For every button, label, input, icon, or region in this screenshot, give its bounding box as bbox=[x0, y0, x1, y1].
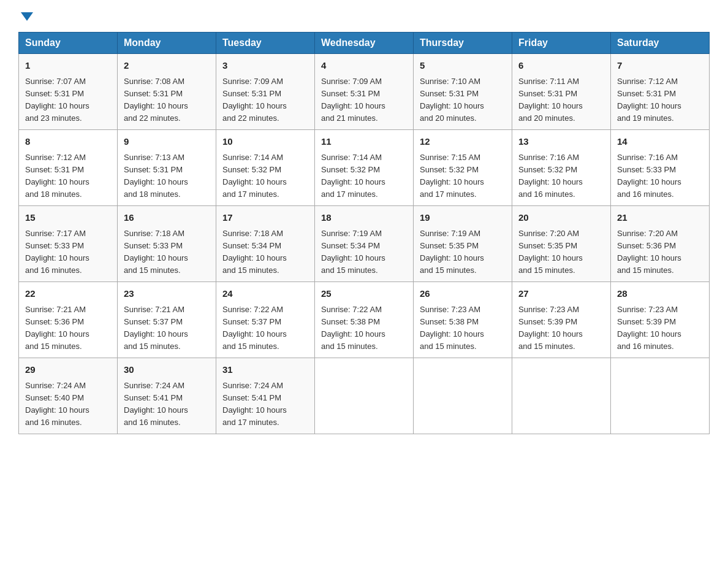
calendar-cell: 19 Sunrise: 7:19 AMSunset: 5:35 PMDaylig… bbox=[414, 206, 512, 282]
calendar-cell: 2 Sunrise: 7:08 AMSunset: 5:31 PMDayligh… bbox=[118, 54, 216, 130]
day-info: Sunrise: 7:21 AMSunset: 5:37 PMDaylight:… bbox=[124, 304, 210, 353]
calendar-cell: 31 Sunrise: 7:24 AMSunset: 5:41 PMDaylig… bbox=[216, 358, 315, 434]
calendar-cell: 22 Sunrise: 7:21 AMSunset: 5:36 PMDaylig… bbox=[19, 282, 118, 358]
calendar-cell: 7 Sunrise: 7:12 AMSunset: 5:31 PMDayligh… bbox=[611, 54, 710, 130]
day-info: Sunrise: 7:18 AMSunset: 5:34 PMDaylight:… bbox=[222, 228, 308, 277]
day-info: Sunrise: 7:15 AMSunset: 5:32 PMDaylight:… bbox=[420, 151, 506, 201]
day-info: Sunrise: 7:14 AMSunset: 5:32 PMDaylight:… bbox=[222, 151, 308, 201]
calendar-cell: 4 Sunrise: 7:09 AMSunset: 5:31 PMDayligh… bbox=[315, 54, 414, 130]
day-number: 24 bbox=[222, 287, 308, 301]
day-info: Sunrise: 7:11 AMSunset: 5:31 PMDaylight:… bbox=[518, 75, 604, 125]
day-info: Sunrise: 7:08 AMSunset: 5:31 PMDaylight:… bbox=[124, 75, 210, 125]
day-info: Sunrise: 7:23 AMSunset: 5:38 PMDaylight:… bbox=[420, 304, 506, 353]
logo bbox=[18, 12, 33, 20]
day-info: Sunrise: 7:23 AMSunset: 5:39 PMDaylight:… bbox=[617, 304, 703, 353]
day-info: Sunrise: 7:09 AMSunset: 5:31 PMDaylight:… bbox=[321, 75, 407, 125]
day-number: 29 bbox=[25, 363, 111, 377]
day-number: 18 bbox=[321, 211, 407, 225]
calendar-cell: 25 Sunrise: 7:22 AMSunset: 5:38 PMDaylig… bbox=[315, 282, 414, 358]
page-header bbox=[18, 12, 710, 20]
week-row-3: 15 Sunrise: 7:17 AMSunset: 5:33 PMDaylig… bbox=[19, 206, 710, 282]
calendar-cell: 16 Sunrise: 7:18 AMSunset: 5:33 PMDaylig… bbox=[118, 206, 216, 282]
day-number: 1 bbox=[25, 59, 111, 73]
day-number: 3 bbox=[222, 59, 308, 73]
day-info: Sunrise: 7:19 AMSunset: 5:34 PMDaylight:… bbox=[321, 228, 407, 277]
calendar-cell: 10 Sunrise: 7:14 AMSunset: 5:32 PMDaylig… bbox=[216, 130, 315, 206]
day-info: Sunrise: 7:14 AMSunset: 5:32 PMDaylight:… bbox=[321, 151, 407, 201]
header-monday: Monday bbox=[118, 33, 216, 54]
day-number: 28 bbox=[617, 287, 703, 301]
header-tuesday: Tuesday bbox=[216, 33, 315, 54]
day-number: 19 bbox=[420, 211, 506, 225]
calendar-cell: 1 Sunrise: 7:07 AMSunset: 5:31 PMDayligh… bbox=[19, 54, 118, 130]
calendar-cell: 11 Sunrise: 7:14 AMSunset: 5:32 PMDaylig… bbox=[315, 130, 414, 206]
day-number: 9 bbox=[124, 135, 210, 149]
day-number: 8 bbox=[25, 135, 111, 149]
day-info: Sunrise: 7:24 AMSunset: 5:40 PMDaylight:… bbox=[25, 380, 111, 429]
day-number: 22 bbox=[25, 287, 111, 301]
calendar-cell: 23 Sunrise: 7:21 AMSunset: 5:37 PMDaylig… bbox=[118, 282, 216, 358]
day-info: Sunrise: 7:16 AMSunset: 5:32 PMDaylight:… bbox=[518, 151, 604, 201]
week-row-1: 1 Sunrise: 7:07 AMSunset: 5:31 PMDayligh… bbox=[19, 54, 710, 130]
day-number: 17 bbox=[222, 211, 308, 225]
day-number: 23 bbox=[124, 287, 210, 301]
day-info: Sunrise: 7:24 AMSunset: 5:41 PMDaylight:… bbox=[124, 380, 210, 429]
day-info: Sunrise: 7:09 AMSunset: 5:31 PMDaylight:… bbox=[222, 75, 308, 125]
calendar-cell: 24 Sunrise: 7:22 AMSunset: 5:37 PMDaylig… bbox=[216, 282, 315, 358]
calendar-cell: 14 Sunrise: 7:16 AMSunset: 5:33 PMDaylig… bbox=[611, 130, 710, 206]
calendar-header-row: SundayMondayTuesdayWednesdayThursdayFrid… bbox=[19, 33, 710, 54]
day-number: 5 bbox=[420, 59, 506, 73]
calendar-cell: 5 Sunrise: 7:10 AMSunset: 5:31 PMDayligh… bbox=[414, 54, 512, 130]
header-sunday: Sunday bbox=[19, 33, 118, 54]
day-number: 11 bbox=[321, 135, 407, 149]
day-number: 27 bbox=[518, 287, 604, 301]
calendar-cell bbox=[315, 358, 414, 434]
day-number: 13 bbox=[518, 135, 604, 149]
week-row-2: 8 Sunrise: 7:12 AMSunset: 5:31 PMDayligh… bbox=[19, 130, 710, 206]
calendar-cell: 3 Sunrise: 7:09 AMSunset: 5:31 PMDayligh… bbox=[216, 54, 315, 130]
day-number: 20 bbox=[518, 211, 604, 225]
calendar-cell: 6 Sunrise: 7:11 AMSunset: 5:31 PMDayligh… bbox=[512, 54, 611, 130]
day-number: 10 bbox=[222, 135, 308, 149]
day-number: 12 bbox=[420, 135, 506, 149]
day-info: Sunrise: 7:19 AMSunset: 5:35 PMDaylight:… bbox=[420, 228, 506, 277]
calendar-cell: 28 Sunrise: 7:23 AMSunset: 5:39 PMDaylig… bbox=[611, 282, 710, 358]
calendar-cell: 18 Sunrise: 7:19 AMSunset: 5:34 PMDaylig… bbox=[315, 206, 414, 282]
calendar-cell: 9 Sunrise: 7:13 AMSunset: 5:31 PMDayligh… bbox=[118, 130, 216, 206]
day-number: 7 bbox=[617, 59, 703, 73]
calendar-cell: 26 Sunrise: 7:23 AMSunset: 5:38 PMDaylig… bbox=[414, 282, 512, 358]
header-wednesday: Wednesday bbox=[315, 33, 414, 54]
day-info: Sunrise: 7:12 AMSunset: 5:31 PMDaylight:… bbox=[617, 75, 703, 125]
calendar-cell: 20 Sunrise: 7:20 AMSunset: 5:35 PMDaylig… bbox=[512, 206, 611, 282]
calendar-cell: 8 Sunrise: 7:12 AMSunset: 5:31 PMDayligh… bbox=[19, 130, 118, 206]
day-number: 6 bbox=[518, 59, 604, 73]
day-info: Sunrise: 7:17 AMSunset: 5:33 PMDaylight:… bbox=[25, 228, 111, 277]
day-info: Sunrise: 7:24 AMSunset: 5:41 PMDaylight:… bbox=[222, 380, 308, 429]
day-info: Sunrise: 7:10 AMSunset: 5:31 PMDaylight:… bbox=[420, 75, 506, 125]
day-info: Sunrise: 7:22 AMSunset: 5:37 PMDaylight:… bbox=[222, 304, 308, 353]
day-info: Sunrise: 7:12 AMSunset: 5:31 PMDaylight:… bbox=[25, 151, 111, 201]
calendar-cell: 13 Sunrise: 7:16 AMSunset: 5:32 PMDaylig… bbox=[512, 130, 611, 206]
day-info: Sunrise: 7:16 AMSunset: 5:33 PMDaylight:… bbox=[617, 151, 703, 201]
day-info: Sunrise: 7:07 AMSunset: 5:31 PMDaylight:… bbox=[25, 75, 111, 125]
day-number: 30 bbox=[124, 363, 210, 377]
day-number: 25 bbox=[321, 287, 407, 301]
day-number: 26 bbox=[420, 287, 506, 301]
calendar-cell: 17 Sunrise: 7:18 AMSunset: 5:34 PMDaylig… bbox=[216, 206, 315, 282]
header-thursday: Thursday bbox=[414, 33, 512, 54]
logo-text bbox=[18, 12, 33, 20]
calendar-cell: 21 Sunrise: 7:20 AMSunset: 5:36 PMDaylig… bbox=[611, 206, 710, 282]
day-info: Sunrise: 7:20 AMSunset: 5:36 PMDaylight:… bbox=[617, 228, 703, 277]
logo-triangle-icon bbox=[21, 12, 33, 21]
week-row-5: 29 Sunrise: 7:24 AMSunset: 5:40 PMDaylig… bbox=[19, 358, 710, 434]
week-row-4: 22 Sunrise: 7:21 AMSunset: 5:36 PMDaylig… bbox=[19, 282, 710, 358]
header-saturday: Saturday bbox=[611, 33, 710, 54]
calendar-cell bbox=[611, 358, 710, 434]
calendar-cell bbox=[512, 358, 611, 434]
day-info: Sunrise: 7:13 AMSunset: 5:31 PMDaylight:… bbox=[124, 151, 210, 201]
day-number: 14 bbox=[617, 135, 703, 149]
day-number: 15 bbox=[25, 211, 111, 225]
header-friday: Friday bbox=[512, 33, 611, 54]
day-info: Sunrise: 7:21 AMSunset: 5:36 PMDaylight:… bbox=[25, 304, 111, 353]
calendar-table: SundayMondayTuesdayWednesdayThursdayFrid… bbox=[18, 32, 710, 434]
